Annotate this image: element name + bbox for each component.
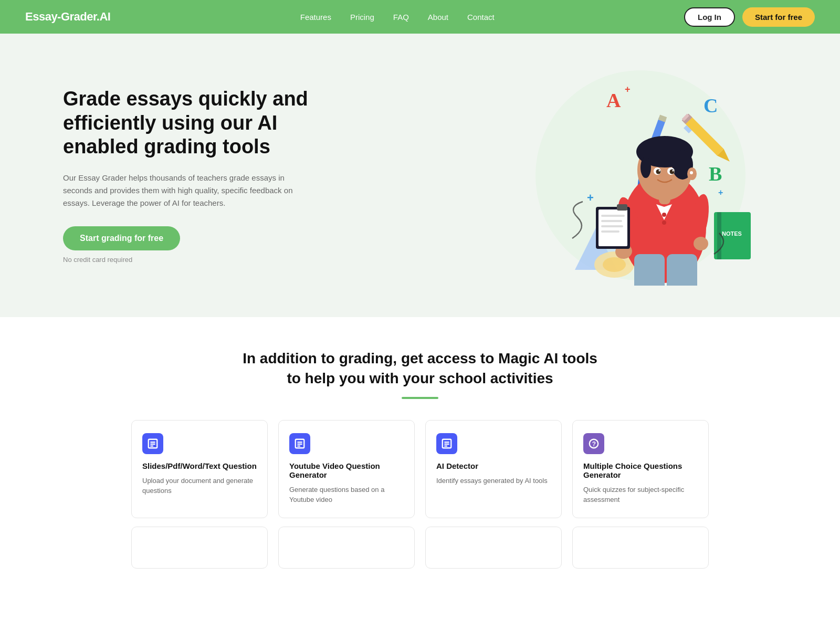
svg-point-42 xyxy=(673,170,674,172)
start-button[interactable]: Start for free xyxy=(742,7,815,27)
svg-rect-52 xyxy=(601,225,623,227)
slides-tool-desc: Upload your document and generate questi… xyxy=(142,476,257,496)
nav-faq[interactable]: FAQ xyxy=(393,13,409,22)
svg-rect-51 xyxy=(601,220,622,222)
tool-card-ai-detector: AI Detector Identify essays generated by… xyxy=(425,420,562,518)
ai-detector-tool-icon xyxy=(436,433,457,454)
tool-card-partial-3 xyxy=(425,527,562,569)
tool-card-youtube: Youtube Video Question Generator Generat… xyxy=(278,420,415,518)
svg-text:+: + xyxy=(718,188,723,197)
youtube-tool-desc: Generate questions based on a Youtube vi… xyxy=(289,485,404,505)
tools-grid: Slides/Pdf/Word/Text Question Upload you… xyxy=(131,420,709,518)
mcq-tool-icon: ? xyxy=(583,433,604,454)
tools-section: In addition to grading, get access to Ma… xyxy=(0,317,840,590)
svg-point-36 xyxy=(690,171,693,174)
youtube-tool-icon xyxy=(289,433,310,454)
hero-illustration: A + C B C + + xyxy=(504,65,777,286)
svg-point-40 xyxy=(670,170,675,174)
hero-section: Grade essays quickly and efficiently usi… xyxy=(0,34,840,317)
svg-point-29 xyxy=(662,220,666,225)
svg-rect-25 xyxy=(634,254,665,286)
nav-pricing[interactable]: Pricing xyxy=(350,13,374,22)
nav-about[interactable]: About xyxy=(428,13,448,22)
svg-rect-49 xyxy=(617,204,627,211)
svg-text:?: ? xyxy=(592,440,596,447)
svg-text:A: A xyxy=(606,89,621,111)
svg-rect-50 xyxy=(601,215,625,217)
site-logo: Essay-Grader.AI xyxy=(25,10,110,24)
login-button[interactable]: Log In xyxy=(684,7,735,27)
slides-tool-title: Slides/Pdf/Word/Text Question xyxy=(142,461,257,470)
svg-text:NOTES: NOTES xyxy=(722,230,742,237)
tool-card-mcq: ? Multiple Choice Questions Generator Qu… xyxy=(572,420,709,518)
tool-card-slides: Slides/Pdf/Word/Text Question Upload you… xyxy=(131,420,268,518)
svg-text:+: + xyxy=(587,191,594,204)
mcq-tool-title: Multiple Choice Questions Generator xyxy=(583,461,698,479)
tool-card-partial-4 xyxy=(572,527,709,569)
ai-detector-tool-desc: Identify essays generated by AI tools xyxy=(436,476,551,486)
svg-point-34 xyxy=(640,157,651,178)
tools-grid-bottom xyxy=(131,527,709,569)
svg-point-41 xyxy=(659,170,660,172)
hero-text: Grade essays quickly and efficiently usi… xyxy=(63,87,315,264)
svg-rect-53 xyxy=(601,230,620,233)
hero-svg: A + C B C + + xyxy=(504,65,777,286)
navbar: Essay-Grader.AI Features Pricing FAQ Abo… xyxy=(0,0,840,34)
nav-features[interactable]: Features xyxy=(300,13,331,22)
nav-actions: Log In Start for free xyxy=(684,7,815,27)
svg-point-28 xyxy=(662,213,666,217)
svg-text:B: B xyxy=(709,163,722,185)
svg-point-46 xyxy=(694,237,708,250)
slides-tool-icon xyxy=(142,433,163,454)
tool-card-partial-1 xyxy=(131,527,268,569)
svg-point-23 xyxy=(603,257,626,272)
mcq-tool-desc: Quick quizzes for subject-specific asses… xyxy=(583,485,698,505)
ai-detector-tool-title: AI Detector xyxy=(436,461,551,470)
tools-heading: In addition to grading, get access to Ma… xyxy=(42,349,798,388)
svg-text:C: C xyxy=(704,94,718,117)
youtube-tool-title: Youtube Video Question Generator xyxy=(289,461,404,479)
hero-subtext: Our Essay Grader helps thousands of teac… xyxy=(63,172,315,209)
nav-links: Features Pricing FAQ About Contact xyxy=(300,13,495,22)
svg-text:+: + xyxy=(625,84,631,94)
hero-cta-button[interactable]: Start grading for free xyxy=(63,226,180,250)
tool-card-partial-2 xyxy=(278,527,415,569)
svg-point-39 xyxy=(656,170,661,174)
tools-divider xyxy=(402,397,438,399)
nav-contact[interactable]: Contact xyxy=(467,13,495,22)
no-cc-text: No credit card required xyxy=(63,256,315,264)
svg-rect-26 xyxy=(667,254,697,286)
hero-heading: Grade essays quickly and efficiently usi… xyxy=(63,87,315,159)
